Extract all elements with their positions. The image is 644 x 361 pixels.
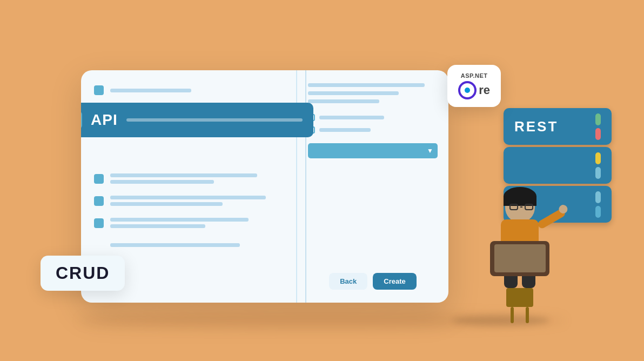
- crud-text: CRUD: [56, 263, 110, 283]
- binder-dots-2: [595, 152, 601, 179]
- row-icon-3: [94, 218, 104, 228]
- check-row-2: [308, 126, 438, 133]
- row-line-short-1: [110, 180, 214, 184]
- row-lines-4: [110, 243, 283, 247]
- dot-teal: [595, 167, 601, 179]
- glass-bridge: [520, 206, 522, 208]
- right-lines-top: [308, 83, 438, 103]
- top-deco-row: [94, 85, 283, 95]
- dot-yellow: [595, 152, 601, 164]
- right-line-2: [308, 91, 399, 95]
- dot-blue-1: [595, 191, 601, 203]
- dropdown-arrow-icon: ▼: [427, 147, 433, 155]
- check-row-1: [308, 114, 438, 121]
- aspnet-label: ASP.NET: [461, 72, 488, 79]
- api-row-bar: [126, 118, 303, 122]
- list-item-4: [94, 240, 283, 250]
- character-head: [505, 190, 535, 222]
- lap-laptop: [490, 241, 549, 276]
- api-row-icon: [81, 111, 82, 129]
- aspnet-re-text: re: [479, 83, 490, 97]
- list-item-1: [94, 173, 283, 184]
- row-lines-2: [110, 196, 283, 206]
- character-shadow: [452, 315, 549, 326]
- binder-dots-1: [595, 113, 601, 140]
- binder-dots-3: [595, 191, 601, 218]
- binder-2: [504, 147, 612, 184]
- top-deco-lines: [110, 89, 191, 92]
- row-line-long-4: [110, 243, 240, 247]
- row-line-long-3: [110, 218, 249, 222]
- list-rows: [94, 173, 283, 250]
- list-item-2: [94, 196, 283, 206]
- aspnet-logo: re: [458, 81, 490, 99]
- check-line-1: [319, 116, 384, 119]
- right-line-3: [308, 99, 379, 103]
- main-card: API: [81, 70, 448, 303]
- character-stool: [506, 288, 533, 307]
- row-lines-1: [110, 173, 283, 184]
- aspnet-badge: ASP.NET re: [447, 65, 501, 107]
- person-character: [501, 190, 539, 307]
- glass-right: [525, 204, 533, 210]
- right-check-group: [308, 114, 438, 133]
- row-icon-1: [94, 174, 104, 184]
- binder-1: REST: [504, 108, 612, 145]
- character-torso: [501, 219, 539, 265]
- row-line-short-2: [110, 202, 223, 206]
- glass-left: [509, 204, 518, 210]
- dot-green: [595, 113, 601, 125]
- dot-blue-2: [595, 206, 601, 218]
- row-line-long-1: [110, 173, 257, 177]
- row-lines-3: [110, 218, 283, 228]
- right-dropdown[interactable]: ▼: [308, 143, 438, 158]
- character-glasses: [509, 204, 533, 210]
- lap-screen: [494, 244, 546, 272]
- top-deco-icon: [94, 85, 104, 95]
- deco-line-1: [110, 89, 191, 92]
- character-hair: [504, 187, 536, 206]
- dot-red: [595, 128, 601, 140]
- row-icon-2: [94, 196, 104, 206]
- api-label: API: [91, 111, 118, 129]
- create-button[interactable]: Create: [373, 273, 416, 290]
- card-right-panel: ▼ Back Create: [297, 70, 448, 303]
- aspnet-dot-container: [458, 81, 477, 99]
- back-button[interactable]: Back: [329, 273, 367, 290]
- card-buttons: Back Create: [308, 269, 438, 290]
- check-line-2: [319, 128, 371, 132]
- list-item-3: [94, 218, 283, 228]
- row-line-short-3: [110, 224, 205, 228]
- right-line-1: [308, 83, 425, 87]
- binder-label-1: REST: [514, 118, 558, 135]
- crud-badge: CRUD: [41, 256, 125, 291]
- api-row: API: [81, 103, 313, 137]
- right-spacer: [308, 166, 438, 263]
- row-line-long-2: [110, 196, 266, 199]
- aspnet-dot-inner: [465, 88, 470, 93]
